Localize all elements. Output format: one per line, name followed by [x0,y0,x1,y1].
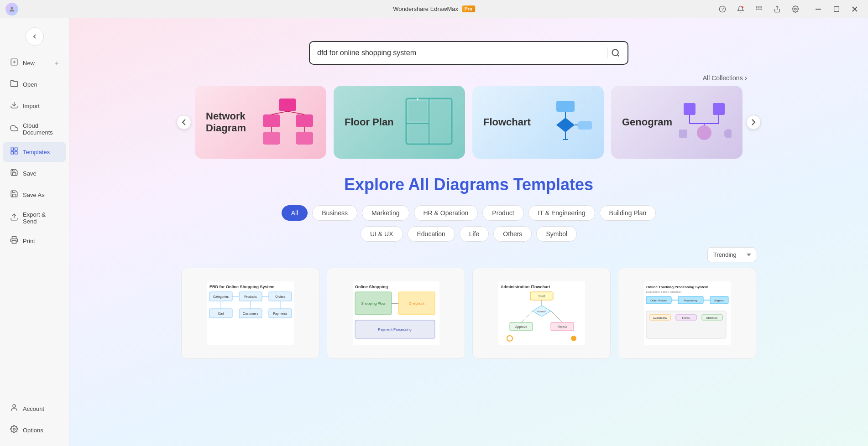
sidebar-item-import-label: Import [23,103,40,109]
svg-point-3 [742,6,743,8]
template-thumb-admin[interactable]: Administration Flowchart Start Admin? Ap… [472,268,611,359]
user-avatar[interactable] [5,3,18,16]
svg-rect-7 [756,8,758,10]
explore-title: Explore All Diagrams Templates [181,175,756,194]
svg-text:Shipped: Shipped [714,299,724,302]
collections-row: All Collections › [172,65,765,86]
sidebar-item-new-label: New [23,60,35,67]
svg-text:Shopping Flow: Shopping Flow [361,301,385,306]
svg-marker-47 [556,118,575,132]
maximize-button[interactable] [831,3,842,15]
svg-point-11 [795,8,796,10]
template-thumb-erd[interactable]: ERD for Online Shopping System Categorie… [181,268,319,359]
sidebar-item-account-label: Account [23,405,44,412]
svg-point-61 [724,129,732,138]
sidebar-item-templates-label: Templates [23,149,50,156]
template-card-genogram[interactable]: Genogram [611,86,743,159]
notification-button[interactable] [735,3,747,15]
sidebar-item-import[interactable]: Import [3,96,66,116]
sidebar-nav: New + Open Import Cloud Documents [0,53,69,399]
search-button[interactable] [611,48,620,57]
search-bar [309,41,628,65]
template-thumb-shopping[interactable]: Online Shopping Shopping Flow Checkout P… [327,268,465,359]
svg-point-26 [13,405,16,407]
filter-building[interactable]: Building Plan [600,205,656,221]
settings-button[interactable] [790,3,801,15]
sidebar-item-templates[interactable]: Templates [3,142,66,162]
svg-rect-33 [263,132,280,145]
back-button[interactable] [26,27,44,46]
close-button[interactable] [849,3,861,15]
sidebar-item-print[interactable]: Print [3,231,66,251]
svg-rect-48 [578,121,592,130]
filter-business[interactable]: Business [312,205,357,221]
search-input[interactable] [317,49,603,57]
pro-badge: Pro [462,5,475,12]
svg-text:Order Placed: Order Placed [650,299,666,302]
account-icon [10,404,18,414]
carousel-prev-button[interactable] [177,115,191,130]
sidebar-item-new[interactable]: New + [3,53,66,73]
svg-text:Orders: Orders [275,295,285,298]
templates-icon [10,147,18,157]
sidebar-item-account[interactable]: Account [3,399,66,419]
filter-uiux[interactable]: UI & UX [361,226,403,242]
sidebar-item-saveas[interactable]: Save As [3,185,66,205]
svg-rect-22 [15,152,17,154]
template-card-network[interactable]: Network Diagram [195,86,326,159]
svg-rect-60 [679,130,687,138]
open-icon [10,79,18,90]
sidebar-item-cloud[interactable]: Cloud Documents [3,118,66,140]
filter-marketing[interactable]: Marketing [362,205,409,221]
sidebar-item-save[interactable]: Save [3,164,66,183]
share-button[interactable] [771,3,783,15]
card-network-visual [261,96,315,148]
svg-text:Customers: Customers [243,312,258,315]
filter-product[interactable]: Product [482,205,523,221]
filter-all[interactable]: All [282,205,308,221]
sidebar-item-options[interactable]: Options [3,420,66,440]
filter-life[interactable]: Life [460,226,489,242]
titlebar-center: Wondershare EdrawMax Pro [393,5,475,12]
svg-rect-8 [758,8,760,10]
help-button[interactable]: ? [716,3,728,15]
carousel-container: Network Diagram [167,86,770,159]
filter-symbol[interactable]: Symbol [536,226,577,242]
template-card-flowchart[interactable]: Flowchart [472,86,604,159]
sidebar-item-open[interactable]: Open [3,75,66,94]
card-flowchart-visual [538,99,593,146]
svg-text:Online Tracking Processing Sys: Online Tracking Processing System [646,285,708,289]
options-icon [10,425,18,436]
filter-it[interactable]: IT & Engineering [528,205,595,221]
cloud-icon [10,124,18,135]
svg-text:Checkout: Checkout [409,301,425,306]
svg-text:Flores: Flores [682,316,690,319]
svg-rect-42 [408,101,427,121]
sidebar-item-export-label: Export & Send [23,211,59,225]
svg-text:Start: Start [538,295,545,298]
svg-rect-25 [12,241,16,244]
sidebar-item-saveas-label: Save As [23,192,45,198]
apps-button[interactable] [753,3,765,15]
sidebar-item-export[interactable]: Export & Send [3,207,66,229]
filter-hr[interactable]: HR & Operation [414,205,478,221]
all-collections-link[interactable]: All Collections › [703,74,747,82]
svg-point-55 [697,125,711,140]
minimize-button[interactable] [812,3,824,15]
template-thumb-tracking[interactable]: Online Tracking Processing System Evange… [618,268,756,359]
template-card-floor[interactable]: Floor Plan [334,86,465,159]
svg-point-104 [571,336,576,341]
carousel-next-button[interactable] [746,115,761,130]
template-grid: ERD for Online Shopping System Categorie… [181,268,756,373]
filter-education[interactable]: Education [408,226,455,242]
filter-row-2: UI & UX Education Life Others Symbol [181,226,756,242]
filter-others[interactable]: Others [493,226,532,242]
svg-text:Payments: Payments [273,312,288,316]
svg-point-27 [13,428,16,430]
card-genogram-visual [677,99,732,146]
card-floor-title: Floor Plan [345,116,394,128]
sort-select[interactable]: Trending Newest Most Used [707,247,756,262]
saveas-icon [10,190,18,200]
svg-rect-12 [816,9,821,10]
carousel-cards: Network Diagram [191,86,746,159]
